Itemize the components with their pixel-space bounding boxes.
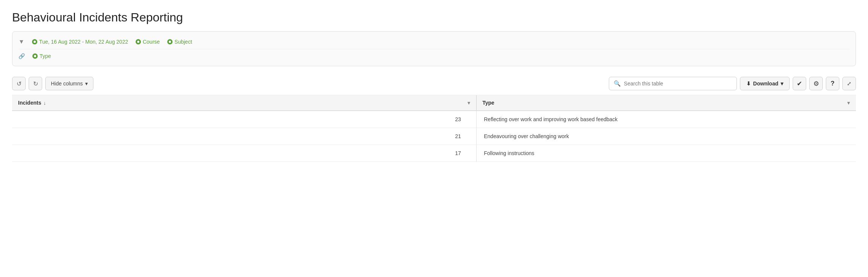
incidents-table: Incidents ↓ ▾ Type ▾ 23Reflecting over w… <box>12 95 856 162</box>
course-chip-dot <box>136 39 141 44</box>
incidents-cell: 23 <box>12 111 476 128</box>
table-wrapper: Incidents ↓ ▾ Type ▾ 23Reflecting over w… <box>12 95 856 162</box>
undo-button[interactable]: ↺ <box>12 77 26 90</box>
checkmark-icon: ✔ <box>797 80 802 88</box>
incidents-col-label: Incidents <box>18 100 41 106</box>
undo-icon: ↺ <box>17 80 21 87</box>
type-cell: Reflecting over work and improving work … <box>476 111 856 128</box>
gear-icon: ⚙ <box>813 80 819 88</box>
table-row: 23Reflecting over work and improving wor… <box>12 111 856 128</box>
download-icon: ⬇ <box>746 81 751 87</box>
subject-chip-dot <box>167 39 173 44</box>
date-chip-label: Tue, 16 Aug 2022 - Mon, 22 Aug 2022 <box>39 39 128 45</box>
filter-icon: ▼ <box>18 38 24 45</box>
download-button[interactable]: ⬇ Download ▾ <box>740 77 790 90</box>
toolbar: ↺ ↻ Hide columns ▾ 🔍 ⬇ Download ▾ ✔ ⚙ ? <box>12 72 856 95</box>
type-col-menu-icon[interactable]: ▾ <box>847 100 850 106</box>
type-cell: Endeavouring over challenging work <box>476 128 856 145</box>
course-filter-chip[interactable]: Course <box>136 39 160 45</box>
table-row: 17Following instructions <box>12 145 856 162</box>
incidents-cell: 21 <box>12 128 476 145</box>
type-cell: Following instructions <box>476 145 856 162</box>
filter-row-1: ▼ Tue, 16 Aug 2022 - Mon, 22 Aug 2022 Co… <box>18 36 850 47</box>
incidents-col-menu-icon[interactable]: ▾ <box>468 100 470 106</box>
hide-columns-button[interactable]: Hide columns ▾ <box>45 77 93 90</box>
chevron-down-icon: ▾ <box>85 81 88 87</box>
redo-icon: ↻ <box>33 80 38 87</box>
search-container: 🔍 <box>609 77 737 90</box>
course-chip-label: Course <box>143 39 160 45</box>
table-header-row: Incidents ↓ ▾ Type ▾ <box>12 95 856 111</box>
search-icon: 🔍 <box>614 80 621 87</box>
filter-section: ▼ Tue, 16 Aug 2022 - Mon, 22 Aug 2022 Co… <box>12 31 856 66</box>
incidents-column-header[interactable]: Incidents ↓ ▾ <box>12 95 476 111</box>
table-row: 21Endeavouring over challenging work <box>12 128 856 145</box>
type-chip-label: Type <box>40 53 51 59</box>
question-icon: ? <box>831 80 834 87</box>
expand-icon: ⤢ <box>847 81 851 87</box>
sort-down-icon: ↓ <box>43 100 46 106</box>
incidents-cell: 17 <box>12 145 476 162</box>
page-title: Behavioural Incidents Reporting <box>12 11 856 24</box>
date-filter-chip[interactable]: Tue, 16 Aug 2022 - Mon, 22 Aug 2022 <box>32 39 128 45</box>
expand-button[interactable]: ⤢ <box>842 77 856 90</box>
type-column-header[interactable]: Type ▾ <box>476 95 856 111</box>
help-button[interactable]: ? <box>826 77 839 90</box>
type-chip-dot <box>32 53 38 59</box>
type-filter-chip[interactable]: Type <box>32 53 51 59</box>
date-chip-dot <box>32 39 37 44</box>
subject-chip-label: Subject <box>174 39 192 45</box>
settings-button[interactable]: ⚙ <box>809 77 823 90</box>
redo-button[interactable]: ↻ <box>29 77 42 90</box>
filter-row-2: 🔗 Type <box>18 49 850 61</box>
hide-columns-label: Hide columns <box>51 81 83 87</box>
type-col-label: Type <box>483 100 495 106</box>
download-chevron-icon: ▾ <box>781 81 783 87</box>
link-icon: 🔗 <box>18 53 25 59</box>
table-body: 23Reflecting over work and improving wor… <box>12 111 856 162</box>
checkmark-button[interactable]: ✔ <box>793 77 806 90</box>
search-input[interactable] <box>624 81 732 87</box>
subject-filter-chip[interactable]: Subject <box>167 39 192 45</box>
download-label: Download <box>753 81 778 87</box>
